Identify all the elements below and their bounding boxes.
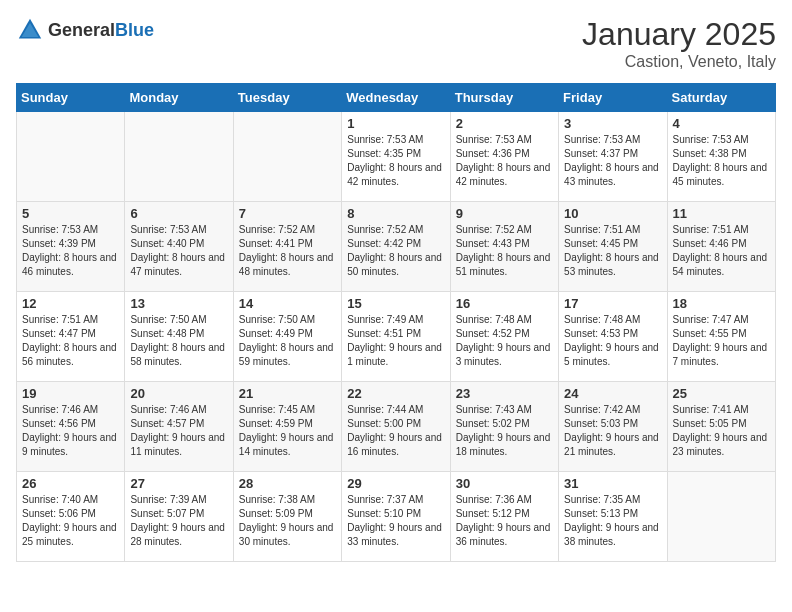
week-row-1: 1Sunrise: 7:53 AM Sunset: 4:35 PM Daylig… [17,112,776,202]
day-info: Sunrise: 7:41 AM Sunset: 5:05 PM Dayligh… [673,403,770,459]
day-number: 14 [239,296,336,311]
location-title: Castion, Veneto, Italy [582,53,776,71]
day-info: Sunrise: 7:50 AM Sunset: 4:49 PM Dayligh… [239,313,336,369]
day-info: Sunrise: 7:42 AM Sunset: 5:03 PM Dayligh… [564,403,661,459]
day-info: Sunrise: 7:46 AM Sunset: 4:57 PM Dayligh… [130,403,227,459]
day-number: 11 [673,206,770,221]
calendar-cell: 27Sunrise: 7:39 AM Sunset: 5:07 PM Dayli… [125,472,233,562]
day-header-thursday: Thursday [450,84,558,112]
day-info: Sunrise: 7:53 AM Sunset: 4:35 PM Dayligh… [347,133,444,189]
calendar-cell: 6Sunrise: 7:53 AM Sunset: 4:40 PM Daylig… [125,202,233,292]
day-number: 31 [564,476,661,491]
calendar-cell: 13Sunrise: 7:50 AM Sunset: 4:48 PM Dayli… [125,292,233,382]
day-number: 23 [456,386,553,401]
day-number: 5 [22,206,119,221]
day-info: Sunrise: 7:48 AM Sunset: 4:53 PM Dayligh… [564,313,661,369]
calendar-cell: 29Sunrise: 7:37 AM Sunset: 5:10 PM Dayli… [342,472,450,562]
calendar-cell: 30Sunrise: 7:36 AM Sunset: 5:12 PM Dayli… [450,472,558,562]
week-row-2: 5Sunrise: 7:53 AM Sunset: 4:39 PM Daylig… [17,202,776,292]
calendar-cell: 19Sunrise: 7:46 AM Sunset: 4:56 PM Dayli… [17,382,125,472]
calendar-cell: 23Sunrise: 7:43 AM Sunset: 5:02 PM Dayli… [450,382,558,472]
day-number: 12 [22,296,119,311]
day-number: 2 [456,116,553,131]
day-number: 24 [564,386,661,401]
calendar-cell: 4Sunrise: 7:53 AM Sunset: 4:38 PM Daylig… [667,112,775,202]
calendar-cell: 31Sunrise: 7:35 AM Sunset: 5:13 PM Dayli… [559,472,667,562]
day-number: 19 [22,386,119,401]
day-info: Sunrise: 7:51 AM Sunset: 4:47 PM Dayligh… [22,313,119,369]
day-info: Sunrise: 7:47 AM Sunset: 4:55 PM Dayligh… [673,313,770,369]
day-number: 20 [130,386,227,401]
calendar-cell: 28Sunrise: 7:38 AM Sunset: 5:09 PM Dayli… [233,472,341,562]
day-info: Sunrise: 7:53 AM Sunset: 4:38 PM Dayligh… [673,133,770,189]
day-number: 16 [456,296,553,311]
day-info: Sunrise: 7:50 AM Sunset: 4:48 PM Dayligh… [130,313,227,369]
title-block: January 2025 Castion, Veneto, Italy [582,16,776,71]
calendar-cell: 2Sunrise: 7:53 AM Sunset: 4:36 PM Daylig… [450,112,558,202]
day-number: 26 [22,476,119,491]
day-info: Sunrise: 7:52 AM Sunset: 4:41 PM Dayligh… [239,223,336,279]
day-info: Sunrise: 7:53 AM Sunset: 4:40 PM Dayligh… [130,223,227,279]
day-number: 22 [347,386,444,401]
day-info: Sunrise: 7:36 AM Sunset: 5:12 PM Dayligh… [456,493,553,549]
calendar-cell: 11Sunrise: 7:51 AM Sunset: 4:46 PM Dayli… [667,202,775,292]
calendar-cell: 20Sunrise: 7:46 AM Sunset: 4:57 PM Dayli… [125,382,233,472]
week-row-4: 19Sunrise: 7:46 AM Sunset: 4:56 PM Dayli… [17,382,776,472]
day-info: Sunrise: 7:51 AM Sunset: 4:45 PM Dayligh… [564,223,661,279]
day-info: Sunrise: 7:40 AM Sunset: 5:06 PM Dayligh… [22,493,119,549]
day-info: Sunrise: 7:39 AM Sunset: 5:07 PM Dayligh… [130,493,227,549]
logo-blue: Blue [115,20,154,40]
calendar-cell [125,112,233,202]
calendar-cell: 24Sunrise: 7:42 AM Sunset: 5:03 PM Dayli… [559,382,667,472]
day-number: 8 [347,206,444,221]
day-header-friday: Friday [559,84,667,112]
calendar-cell: 5Sunrise: 7:53 AM Sunset: 4:39 PM Daylig… [17,202,125,292]
calendar-cell: 26Sunrise: 7:40 AM Sunset: 5:06 PM Dayli… [17,472,125,562]
day-number: 6 [130,206,227,221]
month-title: January 2025 [582,16,776,53]
day-info: Sunrise: 7:45 AM Sunset: 4:59 PM Dayligh… [239,403,336,459]
logo-icon [16,16,44,44]
day-number: 28 [239,476,336,491]
calendar-cell: 8Sunrise: 7:52 AM Sunset: 4:42 PM Daylig… [342,202,450,292]
page-header: GeneralBlue January 2025 Castion, Veneto… [16,16,776,71]
day-info: Sunrise: 7:46 AM Sunset: 4:56 PM Dayligh… [22,403,119,459]
day-number: 1 [347,116,444,131]
day-info: Sunrise: 7:43 AM Sunset: 5:02 PM Dayligh… [456,403,553,459]
week-row-3: 12Sunrise: 7:51 AM Sunset: 4:47 PM Dayli… [17,292,776,382]
day-info: Sunrise: 7:53 AM Sunset: 4:37 PM Dayligh… [564,133,661,189]
calendar-cell: 21Sunrise: 7:45 AM Sunset: 4:59 PM Dayli… [233,382,341,472]
calendar-table: SundayMondayTuesdayWednesdayThursdayFrid… [16,83,776,562]
day-info: Sunrise: 7:38 AM Sunset: 5:09 PM Dayligh… [239,493,336,549]
calendar-cell: 3Sunrise: 7:53 AM Sunset: 4:37 PM Daylig… [559,112,667,202]
day-number: 10 [564,206,661,221]
day-number: 18 [673,296,770,311]
day-info: Sunrise: 7:48 AM Sunset: 4:52 PM Dayligh… [456,313,553,369]
calendar-cell [667,472,775,562]
calendar-cell: 18Sunrise: 7:47 AM Sunset: 4:55 PM Dayli… [667,292,775,382]
logo: GeneralBlue [16,16,154,44]
calendar-cell: 9Sunrise: 7:52 AM Sunset: 4:43 PM Daylig… [450,202,558,292]
day-info: Sunrise: 7:52 AM Sunset: 4:43 PM Dayligh… [456,223,553,279]
day-header-sunday: Sunday [17,84,125,112]
day-info: Sunrise: 7:53 AM Sunset: 4:39 PM Dayligh… [22,223,119,279]
day-number: 21 [239,386,336,401]
day-info: Sunrise: 7:37 AM Sunset: 5:10 PM Dayligh… [347,493,444,549]
day-number: 4 [673,116,770,131]
day-header-wednesday: Wednesday [342,84,450,112]
day-number: 3 [564,116,661,131]
days-header-row: SundayMondayTuesdayWednesdayThursdayFrid… [17,84,776,112]
day-info: Sunrise: 7:53 AM Sunset: 4:36 PM Dayligh… [456,133,553,189]
calendar-cell [17,112,125,202]
day-number: 13 [130,296,227,311]
day-number: 9 [456,206,553,221]
calendar-cell: 10Sunrise: 7:51 AM Sunset: 4:45 PM Dayli… [559,202,667,292]
day-info: Sunrise: 7:44 AM Sunset: 5:00 PM Dayligh… [347,403,444,459]
calendar-cell: 1Sunrise: 7:53 AM Sunset: 4:35 PM Daylig… [342,112,450,202]
day-header-tuesday: Tuesday [233,84,341,112]
day-number: 29 [347,476,444,491]
calendar-cell [233,112,341,202]
calendar-cell: 12Sunrise: 7:51 AM Sunset: 4:47 PM Dayli… [17,292,125,382]
calendar-cell: 7Sunrise: 7:52 AM Sunset: 4:41 PM Daylig… [233,202,341,292]
day-number: 27 [130,476,227,491]
